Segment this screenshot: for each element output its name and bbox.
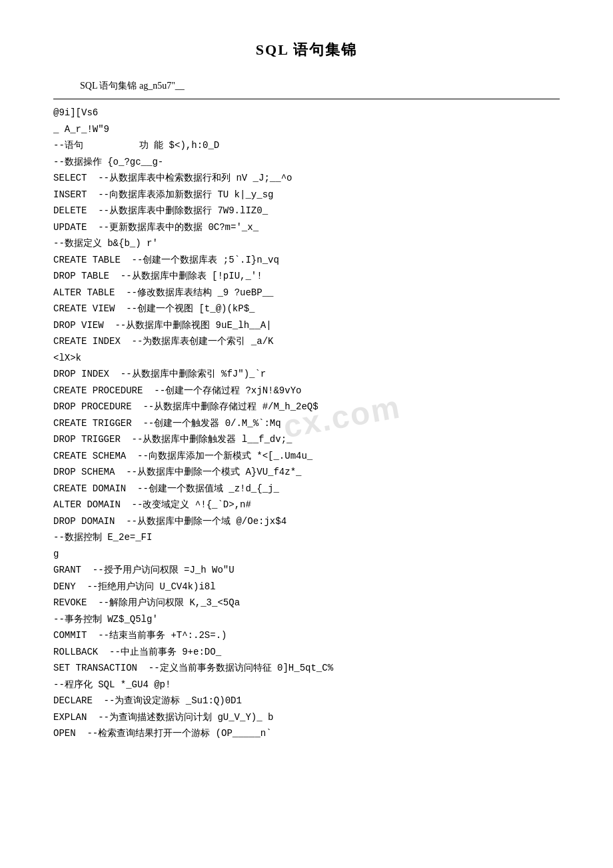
subtitle: SQL 语句集锦 ag_n5u7"__ — [80, 80, 560, 92]
content-block: @9i][Vs6 _ A_r_!W"9 --语句 功 能 $<),h:0_D -… — [53, 105, 560, 742]
page-title: SQL 语句集锦 — [53, 40, 560, 60]
divider — [53, 99, 560, 99]
